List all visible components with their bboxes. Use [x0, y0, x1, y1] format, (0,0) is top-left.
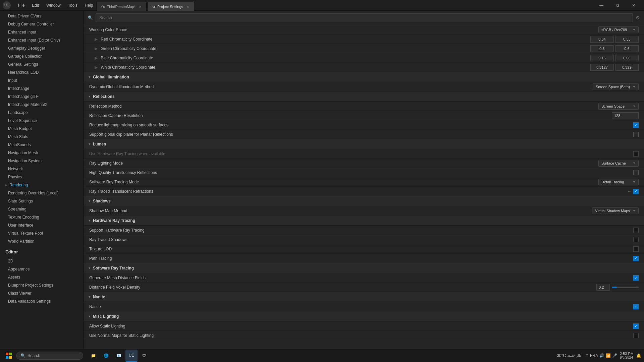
sidebar-item-class-viewer[interactable]: Class Viewer	[0, 289, 84, 297]
white-chromaticity-arrow[interactable]: ▶	[95, 65, 98, 70]
distance-field-value-display[interactable]: 0.2	[596, 284, 610, 291]
taskbar-app-ue[interactable]: UE	[125, 350, 138, 362]
sidebar-item-network[interactable]: Network	[0, 165, 84, 173]
sidebar-item-general-settings[interactable]: General Settings	[0, 60, 84, 68]
menu-help[interactable]: Help	[82, 2, 97, 9]
software-ray-tracing-mode-dropdown[interactable]: Detail Tracing ▼	[598, 179, 639, 185]
white-chroma-y[interactable]: 0.329	[615, 64, 639, 71]
lumen-section[interactable]: ▼ Lumen	[84, 139, 644, 149]
taskbar-app-shield[interactable]: 🛡	[138, 350, 150, 362]
green-chromaticity-arrow[interactable]: ▶	[95, 46, 98, 51]
menu-window[interactable]: Window	[43, 2, 64, 9]
microphone-icon[interactable]: 🎤	[612, 353, 617, 358]
sidebar-item-interchange[interactable]: Interchange	[0, 84, 84, 93]
sidebar-item-metasounds[interactable]: MetaSounds	[0, 141, 84, 149]
software-ray-tracing-section[interactable]: ▼ Software Ray Tracing	[84, 263, 644, 273]
sidebar-item-gameplay-debugger[interactable]: Gameplay Debugger	[0, 44, 84, 52]
sidebar-item-world-partition[interactable]: World Partition	[0, 237, 84, 245]
texture-lod-checkbox[interactable]	[633, 246, 639, 252]
sidebar-item-assets[interactable]: Assets	[0, 273, 84, 281]
working-color-space-dropdown[interactable]: sRGB / Rec709 ▼	[598, 26, 639, 33]
ray-lighting-mode-dropdown[interactable]: Surface Cache ▼	[598, 160, 639, 167]
blue-chromaticity-arrow[interactable]: ▶	[95, 56, 98, 60]
taskbar-search-button[interactable]: 🔍 Search	[16, 352, 83, 360]
tab-map-close[interactable]: ✕	[139, 5, 142, 9]
language-indicator[interactable]: FRA	[590, 353, 598, 358]
menu-file[interactable]: File	[15, 2, 28, 9]
sidebar-item-2d[interactable]: 2D	[0, 257, 84, 265]
red-chroma-y[interactable]: 0.33	[615, 36, 639, 43]
menu-tools[interactable]: Tools	[65, 2, 81, 9]
sidebar-item-appearance[interactable]: Appearance	[0, 265, 84, 273]
distance-field-slider[interactable]	[612, 287, 639, 288]
sidebar-item-data-driven-cvars[interactable]: Data Driven CVars	[0, 12, 84, 20]
sidebar-item-hierarchical-lod[interactable]: Hierarchical LOD	[0, 68, 84, 76]
blue-chroma-y[interactable]: 0.06	[615, 55, 639, 61]
tab-project-settings[interactable]: ⚙ Project Settings ✕	[147, 2, 194, 12]
sidebar-item-slate-settings[interactable]: Slate Settings	[0, 197, 84, 205]
sidebar-item-navigation-system[interactable]: Navigation System	[0, 157, 84, 165]
support-hrt-checkbox[interactable]	[633, 228, 639, 233]
notification-icon[interactable]: 🔔	[636, 353, 641, 358]
sidebar-item-interchange-gltf[interactable]: Interchange glTF	[0, 93, 84, 101]
sidebar-item-rendering-overrides[interactable]: Rendering Overrides (Local)	[0, 189, 84, 197]
tab-settings-close[interactable]: ✕	[186, 5, 189, 9]
ray-traced-refractions-checkbox[interactable]	[633, 189, 639, 194]
volume-icon[interactable]: 🔊	[599, 353, 604, 358]
red-chroma-x[interactable]: 0.64	[590, 36, 614, 43]
chevron-up-icon[interactable]: ⌃	[585, 353, 589, 358]
sidebar-item-enhanced-input[interactable]: Enhanced Input	[0, 28, 84, 36]
weather-widget[interactable]: 30°C أطار حقيقة	[557, 353, 583, 358]
sidebar-item-texture-encoding[interactable]: Texture Encoding	[0, 213, 84, 221]
gi-method-dropdown[interactable]: Screen Space (Beta) ▼	[593, 83, 639, 90]
minimize-button[interactable]: —	[594, 0, 609, 11]
sidebar-item-enhanced-input-editor[interactable]: Enhanced Input (Editor Only)	[0, 36, 84, 44]
reflection-capture-input[interactable]	[612, 112, 639, 119]
sidebar-item-streaming[interactable]: Streaming	[0, 205, 84, 213]
reduce-lightmap-checkbox[interactable]	[633, 122, 639, 128]
green-chroma-x[interactable]: 0.3	[590, 45, 614, 52]
sidebar-item-physics[interactable]: Physics	[0, 173, 84, 181]
path-tracing-checkbox[interactable]	[633, 256, 639, 261]
red-chromaticity-arrow[interactable]: ▶	[95, 37, 98, 42]
sidebar-item-interchange-materialx[interactable]: Interchange MaterialX	[0, 101, 84, 109]
use-normal-maps-checkbox[interactable]	[633, 333, 639, 338]
ray-traced-shadows-checkbox[interactable]	[633, 237, 639, 242]
generate-mesh-distance-checkbox[interactable]	[633, 275, 639, 281]
hardware-ray-tracing-section[interactable]: ▼ Hardware Ray Tracing	[84, 216, 644, 226]
sidebar-item-navigation-mesh[interactable]: Navigation Mesh	[0, 149, 84, 157]
sidebar-item-input[interactable]: Input	[0, 76, 84, 84]
sidebar-item-blueprint-project-settings[interactable]: Blueprint Project Settings	[0, 281, 84, 289]
sidebar-item-data-validation-settings[interactable]: Data Validation Settings	[0, 297, 84, 305]
sidebar-item-user-interface[interactable]: User Interface	[0, 221, 84, 229]
maximize-button[interactable]: ⧉	[610, 0, 625, 11]
nanite-enabled-checkbox[interactable]	[633, 304, 639, 309]
start-button[interactable]	[3, 350, 15, 362]
taskbar-app-mail[interactable]: 📧	[113, 350, 125, 362]
menu-edit[interactable]: Edit	[29, 2, 42, 9]
sidebar-item-virtual-texture-pool[interactable]: Virtual Texture Pool	[0, 229, 84, 237]
search-input[interactable]	[96, 13, 633, 22]
shadow-map-method-dropdown[interactable]: Virtual Shadow Maps ▼	[592, 207, 639, 214]
reflection-method-dropdown[interactable]: Screen Space ▼	[598, 103, 639, 110]
allow-static-lighting-checkbox[interactable]	[633, 323, 639, 329]
reflections-section[interactable]: ▼ Reflections	[84, 92, 644, 102]
sidebar-item-debug-camera[interactable]: Debug Camera Controller	[0, 20, 84, 28]
sidebar-item-level-sequence[interactable]: Level Sequence	[0, 117, 84, 125]
taskbar-app-explorer[interactable]: 📁	[87, 350, 99, 362]
hardware-tracing-checkbox[interactable]	[633, 151, 639, 157]
sidebar-item-mesh-budget[interactable]: Mesh Budget	[0, 125, 84, 133]
network-icon[interactable]: 📶	[606, 353, 611, 358]
sidebar-item-garbage-collection[interactable]: Garbage Collection	[0, 52, 84, 60]
support-clip-checkbox[interactable]	[633, 132, 639, 137]
hq-translucency-checkbox[interactable]	[633, 170, 639, 175]
nanite-section[interactable]: ▼ Nanite	[84, 292, 644, 302]
clock[interactable]: 2:53 PM 9/6/2024	[620, 352, 634, 359]
green-chroma-y[interactable]: 0.6	[615, 45, 639, 52]
sidebar-item-rendering[interactable]: ▶ Rendering	[0, 181, 84, 189]
close-button[interactable]: ✕	[626, 0, 641, 11]
white-chroma-x[interactable]: 0.3127	[590, 64, 614, 71]
tab-map[interactable]: 🗺 ThirdPersonMap* ✕	[96, 2, 147, 12]
sidebar-item-landscape[interactable]: Landscape	[0, 109, 84, 117]
taskbar-app-browser[interactable]: 🌐	[100, 350, 112, 362]
